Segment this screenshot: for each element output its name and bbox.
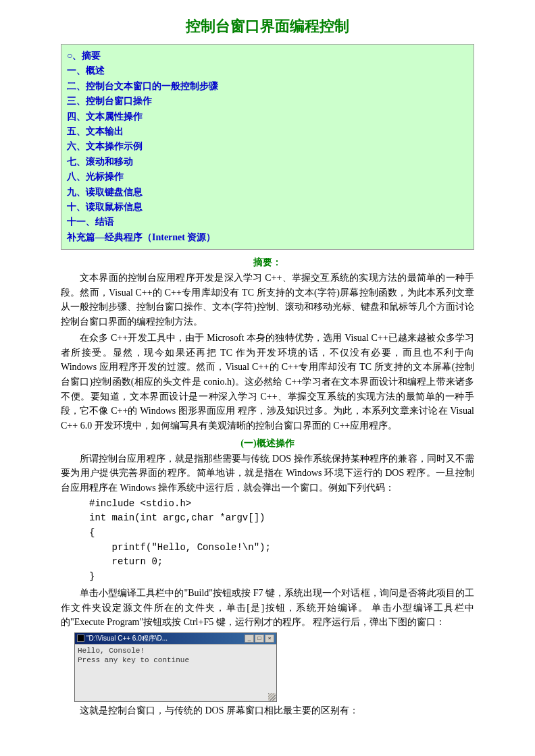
toc-item[interactable]: ○、摘要 xyxy=(67,49,468,63)
page-title: 控制台窗口界面编程控制 xyxy=(61,15,474,37)
toc-item[interactable]: 三、控制台窗口操作 xyxy=(67,94,468,109)
table-of-contents: ○、摘要 一、概述 二、控制台文本窗口的一般控制步骤 三、控制台窗口操作 四、文… xyxy=(61,44,474,250)
toc-item[interactable]: 十、读取鼠标信息 xyxy=(67,200,468,215)
toc-item[interactable]: 六、文本操作示例 xyxy=(67,139,468,154)
window-buttons: _ □ × xyxy=(244,634,274,643)
console-title-text: "D:\Visual C++ 6.0程序\D... xyxy=(86,633,244,643)
body-paragraph: 所谓控制台应用程序，就是指那些需要与传统 DOS 操作系统保持某种程序的兼容，同… xyxy=(61,452,474,495)
toc-item[interactable]: 一、概述 xyxy=(67,63,468,78)
body-paragraph: 单击小型编译工具栏中的"Build"按钮或按 F7 键，系统出现一个对话框，询问… xyxy=(61,586,474,630)
console-screenshot: "D:\Visual C++ 6.0程序\D... _ □ × Hello, C… xyxy=(74,632,277,702)
toc-item[interactable]: 八、光标操作 xyxy=(67,169,468,184)
abstract-paragraph: 在众多 C++开发工具中，由于 Microsoft 本身的独特优势，选用 Vis… xyxy=(61,331,474,433)
code-sample: #include <stdio.h> int main(int argc,cha… xyxy=(89,497,474,585)
toc-item[interactable]: 二、控制台文本窗口的一般控制步骤 xyxy=(67,79,468,94)
abstract-paragraph: 文本界面的控制台应用程序开发是深入学习 C++、掌握交互系统的实现方法的最简单的… xyxy=(61,271,474,329)
toc-item[interactable]: 九、读取键盘信息 xyxy=(67,185,468,200)
toc-item[interactable]: 五、文本输出 xyxy=(67,124,468,139)
resize-grip-icon[interactable] xyxy=(268,693,276,701)
console-app-icon xyxy=(77,634,84,642)
body-paragraph: 这就是控制台窗口，与传统的 DOS 屏幕窗口相比最主要的区别有： xyxy=(61,703,474,718)
toc-item[interactable]: 四、文本属性操作 xyxy=(67,109,468,124)
toc-item[interactable]: 七、滚动和移动 xyxy=(67,155,468,169)
maximize-button[interactable]: □ xyxy=(255,634,264,643)
section1-heading: (一)概述操作 xyxy=(61,436,474,450)
console-output: Hello, Console! Press any key to continu… xyxy=(75,644,276,701)
toc-item[interactable]: 十一、结语 xyxy=(67,215,468,230)
minimize-button[interactable]: _ xyxy=(245,634,254,643)
abstract-heading: 摘要： xyxy=(61,255,474,269)
close-button[interactable]: × xyxy=(265,634,274,643)
toc-item[interactable]: 补充篇—经典程序（Internet 资源） xyxy=(67,230,468,245)
console-titlebar: "D:\Visual C++ 6.0程序\D... _ □ × xyxy=(75,633,276,644)
